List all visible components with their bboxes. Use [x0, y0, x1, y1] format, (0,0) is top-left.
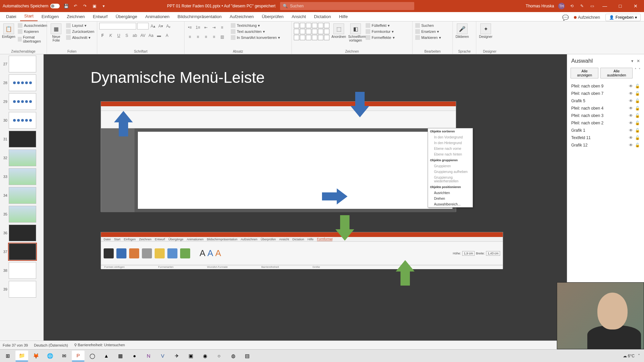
align-left-button[interactable]: ≡	[186, 34, 193, 40]
tab-uebergaenge[interactable]: Übergänge	[112, 12, 141, 21]
align-right-button[interactable]: ≡	[203, 34, 209, 40]
visibility-icon[interactable]: 👁	[629, 135, 633, 140]
effects-button[interactable]: Formeffekte ▾	[365, 35, 395, 40]
selpane-down-icon[interactable]: ˅	[639, 68, 641, 78]
tab-zeichnen[interactable]: Zeichnen	[63, 12, 89, 21]
ctx-forward[interactable]: Ebene nach vorne	[428, 146, 473, 152]
user-name[interactable]: Thomas Hruska	[526, 4, 554, 8]
draw-icon[interactable]: ✎	[579, 3, 585, 9]
increase-font-icon[interactable]: A▴	[150, 23, 156, 29]
justify-button[interactable]: ≡	[211, 34, 217, 40]
lock-icon[interactable]: 🔓	[635, 91, 640, 96]
slide-counter[interactable]: Folie 37 von 39	[3, 343, 28, 347]
accessibility-check[interactable]: ⚲ Barrierefreiheit: Untersuchen	[74, 343, 125, 347]
close-icon[interactable]: ✕	[630, 3, 641, 9]
toggle-icon[interactable]	[50, 4, 60, 8]
thumbnail-34[interactable]: 34	[1, 187, 43, 204]
thumbnail-38[interactable]: 38	[1, 262, 43, 279]
selection-item[interactable]: Grafik 1👁🔓	[571, 127, 641, 134]
tab-start[interactable]: Start	[20, 11, 37, 21]
app-icon-4[interactable]: ▣	[184, 351, 197, 361]
shadow-button[interactable]: ab	[131, 32, 138, 39]
visibility-icon[interactable]: 👁	[629, 106, 633, 111]
case-button[interactable]: Aa	[148, 32, 154, 39]
font-family-input[interactable]	[99, 23, 136, 29]
thumbnail-preview[interactable]	[9, 112, 36, 129]
selection-item[interactable]: Pfeil: nach oben 7👁🔓	[571, 90, 641, 97]
selpane-close-icon[interactable]: ✕	[637, 59, 640, 63]
visio-icon[interactable]: V	[156, 351, 169, 361]
decrease-font-icon[interactable]: A▾	[157, 23, 164, 29]
columns-button[interactable]: ▥	[219, 34, 225, 40]
tray-chevron-icon[interactable]: ˄	[638, 354, 640, 358]
tab-datei[interactable]: Datei	[2, 12, 20, 21]
lock-icon[interactable]: 🔓	[635, 106, 640, 111]
selection-item[interactable]: Pfeil: nach oben 9👁🔓	[571, 82, 641, 90]
visibility-icon[interactable]: 👁	[629, 113, 633, 118]
thumbnail-preview[interactable]	[9, 225, 36, 241]
firefox-icon[interactable]: 🦊	[30, 351, 42, 361]
new-slide-button[interactable]: ▦Neue Folie	[49, 23, 63, 42]
thumbnail-preview[interactable]	[9, 262, 36, 279]
ctx-backward[interactable]: Ebene nach hinten	[428, 152, 473, 157]
indent-inc-button[interactable]: ⇥	[211, 24, 217, 31]
hide-all-button[interactable]: Alle ausblenden	[600, 68, 633, 78]
fill-button[interactable]: Fülleffekt ▾	[365, 23, 395, 28]
thumbnail-preview[interactable]	[9, 74, 36, 91]
thumbnail-39[interactable]: 39	[1, 281, 43, 298]
lock-icon[interactable]: 🔓	[635, 99, 640, 103]
visibility-icon[interactable]: 👁	[629, 84, 633, 88]
redo-icon[interactable]: ↷	[82, 3, 88, 9]
ctx-rotate[interactable]: Drehen	[428, 196, 473, 201]
numbering-button[interactable]: 1≡	[195, 24, 201, 31]
slide-thumbnails[interactable]: 27282930313233343536373839	[0, 54, 44, 341]
tab-ueberpruefen[interactable]: Überprüfen	[258, 12, 287, 21]
thumbnail-preview[interactable]	[9, 56, 36, 72]
underline-button[interactable]: U	[115, 32, 122, 39]
powerpoint-icon[interactable]: P	[72, 351, 85, 361]
text-direction-button[interactable]: Textrichtung ▾	[230, 23, 281, 28]
thumbnail-31[interactable]: 31	[1, 131, 43, 147]
ctx-regroup[interactable]: Gruppierung wiederherstellen	[428, 175, 473, 184]
ctx-bring-front[interactable]: In den Vordergrund	[428, 134, 473, 140]
bold-button[interactable]: F	[99, 32, 106, 39]
selection-item[interactable]: Grafik 5👁🔓	[571, 97, 641, 105]
thumbnail-preview[interactable]	[9, 93, 36, 110]
app-icon-6[interactable]: ◍	[227, 351, 239, 361]
smartart-button[interactable]: In SmartArt konvertieren ▾	[230, 35, 281, 40]
app-icon-2[interactable]: ▦	[114, 351, 127, 361]
thumbnail-33[interactable]: 33	[1, 168, 43, 185]
tab-ansicht[interactable]: Ansicht	[287, 12, 310, 21]
file-name[interactable]: PPT 01 Roter Faden 001.pptx • Auf "diese…	[167, 4, 275, 8]
lock-icon[interactable]: 🔓	[635, 113, 640, 118]
thumbnail-36[interactable]: 36	[1, 225, 43, 241]
line-spacing-button[interactable]: ≡	[219, 24, 225, 31]
ctx-group[interactable]: Gruppieren	[428, 163, 473, 169]
thumbnail-preview[interactable]	[9, 168, 36, 185]
start-button[interactable]: ⊞	[1, 351, 14, 361]
reset-button[interactable]: Zurücksetzen	[65, 29, 95, 34]
thumbnail-30[interactable]: 30	[1, 112, 43, 129]
explorer-icon[interactable]: 📁	[15, 351, 28, 361]
chrome-icon[interactable]: 🌐	[44, 351, 56, 361]
selpane-dropdown-icon[interactable]: ▾	[631, 59, 633, 63]
find-button[interactable]: Suchen	[415, 23, 442, 28]
thumbnail-preview[interactable]	[9, 149, 36, 166]
record-button[interactable]: Aufzeichnen	[571, 14, 603, 21]
layout-button[interactable]: Layout ▾	[65, 23, 95, 28]
visibility-icon[interactable]: 👁	[629, 91, 633, 96]
thumbnail-preview[interactable]	[9, 206, 36, 223]
selection-item[interactable]: Grafik 12👁🔓	[571, 141, 641, 149]
font-size-input[interactable]	[137, 23, 149, 29]
outlook-icon[interactable]: ✉	[58, 351, 70, 361]
thumbnail-28[interactable]: 28	[1, 74, 43, 91]
lock-icon[interactable]: 🔓	[635, 143, 640, 147]
cut-button[interactable]: Ausschneiden	[17, 23, 48, 28]
tab-dictation[interactable]: Dictation	[310, 12, 335, 21]
sync-icon[interactable]: ⟲	[569, 3, 575, 9]
app-icon-7[interactable]: ▤	[241, 351, 254, 361]
selection-item[interactable]: Pfeil: nach oben 3👁🔓	[571, 112, 641, 119]
autosave-toggle[interactable]: Automatisches Speichern	[3, 4, 60, 8]
lock-icon[interactable]: 🔓	[635, 121, 640, 125]
text-align-button[interactable]: Text ausrichten ▾	[230, 29, 281, 34]
